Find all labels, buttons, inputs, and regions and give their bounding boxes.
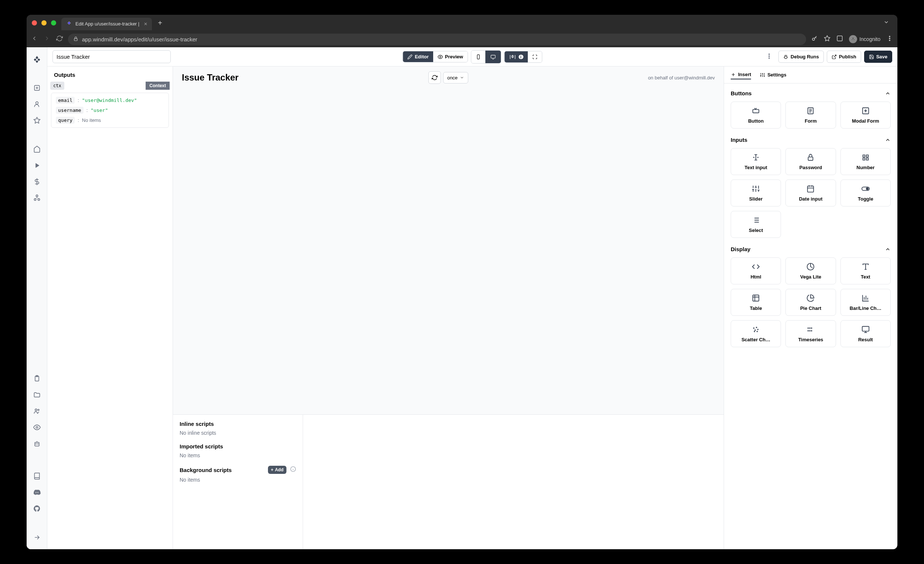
insert-tab[interactable]: Insert (731, 70, 751, 79)
nav-dollar-icon[interactable] (30, 174, 44, 189)
new-tab-button[interactable]: + (158, 19, 162, 27)
slider-icon (752, 184, 760, 193)
incognito-badge[interactable]: Incognito (849, 35, 880, 43)
comp-html[interactable]: Html (731, 257, 781, 284)
top-toolbar: Editor Preview (47, 47, 897, 66)
save-button[interactable]: Save (864, 51, 892, 63)
window-close[interactable] (32, 20, 37, 25)
svg-point-9 (36, 102, 38, 104)
publish-button[interactable]: Publish (827, 51, 861, 63)
nav-github-icon[interactable] (30, 501, 44, 516)
nav-home-icon[interactable] (30, 142, 44, 157)
ctx-item-email[interactable]: email : "user@windmill.dev" (54, 95, 166, 105)
lock-icon (73, 36, 78, 42)
window-maximize[interactable] (51, 20, 56, 25)
nav-book-icon[interactable] (30, 469, 44, 483)
vega-icon (806, 262, 815, 271)
back-icon[interactable] (31, 35, 38, 43)
add-background-script-button[interactable]: + Add (268, 466, 286, 474)
info-icon[interactable] (290, 466, 296, 474)
ctx-pill[interactable]: ctx (50, 82, 64, 90)
comp-modal-form[interactable]: Modal Form (840, 102, 891, 129)
canvas-title: Issue Tracker (182, 72, 238, 83)
nav-play-icon[interactable] (30, 158, 44, 173)
canvas-body[interactable] (173, 89, 724, 414)
comp-pie-chart[interactable]: Pie Chart (785, 289, 836, 316)
nav-clipboard-icon[interactable] (30, 371, 44, 386)
comp-date-input[interactable]: Date input (785, 180, 836, 206)
comp-timeseries[interactable]: Timeseries (785, 320, 836, 347)
comp-text-input[interactable]: Text input (731, 148, 781, 175)
extensions-icon[interactable] (836, 35, 843, 43)
preview-tab[interactable]: Preview (433, 51, 468, 62)
inline-scripts-empty: No inline scripts (180, 430, 296, 436)
comp-vega-lite[interactable]: Vega Lite (785, 257, 836, 284)
ctx-item-username[interactable]: username : "user" (54, 105, 166, 115)
background-scripts-empty: No items (180, 477, 296, 483)
mobile-view-button[interactable] (471, 51, 485, 63)
app-name-input[interactable] (52, 50, 171, 63)
svg-point-49 (809, 328, 810, 329)
svg-rect-54 (862, 326, 869, 331)
comp-select[interactable]: Select (731, 211, 781, 238)
fullscreen-button[interactable] (528, 51, 542, 63)
refresh-mode-select[interactable]: once (443, 72, 468, 84)
buttons-category-header[interactable]: Buttons (731, 88, 891, 99)
nav-star-icon[interactable] (30, 113, 44, 128)
background-scripts-title: Background scripts (180, 467, 232, 473)
password-icon (806, 153, 815, 162)
comp-result[interactable]: Result (840, 320, 891, 347)
nav-user-icon[interactable] (30, 97, 44, 112)
tab-overflow-icon[interactable] (884, 19, 892, 27)
date-icon (806, 184, 815, 193)
desktop-view-button[interactable] (485, 51, 501, 63)
nav-robot-icon[interactable] (30, 436, 44, 451)
context-badge: Context (146, 82, 170, 90)
comp-slider[interactable]: Slider (731, 180, 781, 206)
more-menu-icon[interactable] (763, 50, 776, 64)
key-icon[interactable] (811, 35, 818, 43)
display-category-header[interactable]: Display (731, 244, 891, 254)
browser-menu-icon[interactable] (886, 35, 893, 43)
timeseries-icon (806, 325, 815, 334)
forward-icon[interactable] (44, 35, 50, 43)
comp-text[interactable]: Text (840, 257, 891, 284)
browser-tab[interactable]: Edit App u/user/issue-tracker | ✕ (62, 18, 152, 30)
inputs-category-header[interactable]: Inputs (731, 135, 891, 145)
reload-icon[interactable] (56, 35, 63, 43)
settings-tab[interactable]: Settings (760, 70, 786, 79)
window-minimize[interactable] (41, 20, 46, 25)
comp-scatter-chart[interactable]: Scatter Ch… (731, 320, 781, 347)
nav-cluster-icon[interactable] (30, 191, 44, 205)
comp-button[interactable]: Button (731, 102, 781, 129)
svg-point-24 (769, 54, 770, 55)
svg-point-10 (36, 195, 38, 197)
ctx-item-query[interactable]: query : No items (54, 115, 166, 125)
scripts-panel: Inline scripts No inline scripts Importe… (173, 414, 724, 549)
comp-bar-line-chart[interactable]: Bar/Line Ch… (840, 289, 891, 316)
comp-password[interactable]: Password (785, 148, 836, 175)
nav-folder-icon[interactable] (30, 387, 44, 402)
close-tab-icon[interactable]: ✕ (144, 21, 147, 27)
nav-discord-icon[interactable] (30, 485, 44, 500)
debug-runs-button[interactable]: Debug Runs (778, 51, 824, 63)
comp-table[interactable]: Table (731, 289, 781, 316)
svg-point-48 (808, 328, 809, 329)
scatter-icon (752, 325, 760, 334)
comp-form[interactable]: Form (785, 102, 836, 129)
refresh-button[interactable] (428, 71, 441, 84)
windmill-logo-icon[interactable] (30, 52, 44, 66)
nav-collapse-icon[interactable] (30, 530, 44, 545)
nav-eye-icon[interactable] (30, 420, 44, 435)
bookmark-star-icon[interactable] (824, 35, 831, 43)
comp-number[interactable]: Number (840, 148, 891, 175)
chevron-down-icon (460, 75, 464, 80)
result-icon (861, 325, 870, 334)
nav-users-icon[interactable] (30, 404, 44, 419)
nav-plus-icon[interactable] (30, 81, 44, 95)
comp-toggle[interactable]: Toggle (840, 180, 891, 206)
width-indicator[interactable]: |0| i (504, 51, 528, 63)
url-input[interactable]: app.windmill.dev/apps/edit/u/user/issue-… (68, 34, 806, 45)
editor-tab[interactable]: Editor (403, 51, 433, 62)
behalf-text: on behalf of user@windmill.dev (648, 75, 715, 81)
